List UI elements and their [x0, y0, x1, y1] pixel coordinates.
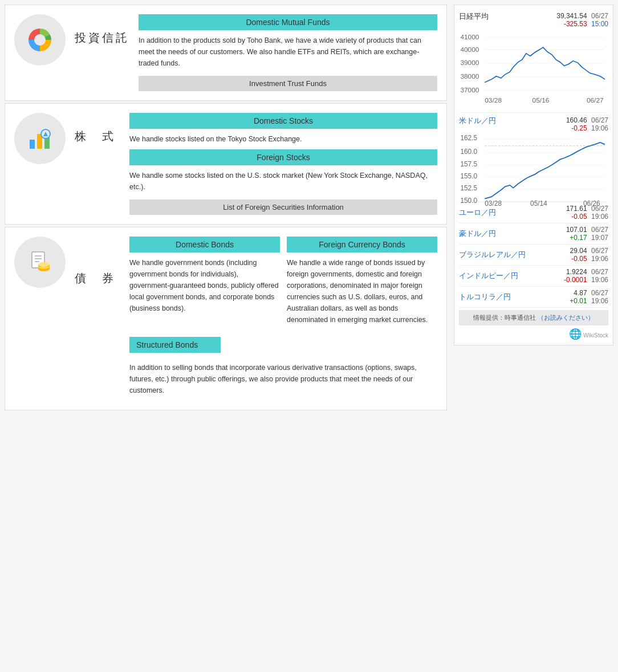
svg-point-14: [38, 262, 50, 267]
try-jpy-date: 06/27: [591, 289, 608, 297]
info-link[interactable]: （お読みください）: [538, 314, 594, 321]
market-widget: 日経平均 39,341.54 06/27 -325.53 15:00 41000…: [454, 5, 613, 345]
bonds-icon: [14, 237, 66, 288]
usd-jpy-time: 19:06: [591, 124, 608, 132]
usd-jpy-name[interactable]: 米ドル／円: [459, 116, 496, 126]
brl-jpy-row: ブラジルレアル／円 29.04 06/27 -0.05 19:06: [459, 245, 608, 266]
bonds-grid: Domestic Bonds We handle government bond…: [129, 237, 437, 330]
svg-rect-2: [30, 140, 35, 149]
bonds-body: Domestic Bonds We handle government bond…: [129, 237, 437, 401]
aud-jpy-row: 豪ドル／円 107.01 06/27 +0.17 19:07: [459, 223, 608, 245]
domestic-bonds-text: We handle government bonds (including go…: [129, 257, 280, 314]
wiki-logo: 🌐 WikiStock: [459, 328, 608, 340]
nikkei-time: 15:00: [591, 20, 608, 28]
foreign-bonds-col: Foreign Currency Bonds We handle a wide …: [287, 237, 437, 330]
mutual-funds-body: Domestic Mutual Funds In addition to the…: [139, 14, 437, 91]
svg-text:40000: 40000: [460, 46, 479, 52]
foreign-stocks-text: We handle some stocks listed on the U.S.…: [129, 170, 437, 193]
svg-text:160.0: 160.0: [460, 148, 477, 156]
aud-jpy-price: 107.01: [566, 226, 587, 234]
usd-jpy-date: 06/27: [591, 116, 608, 124]
svg-text:05/14: 05/14: [530, 199, 547, 207]
inr-jpy-price: 1.9224: [566, 268, 587, 276]
domestic-bonds-header: Domestic Bonds: [129, 237, 280, 252]
mutual-funds-jp-label: 投資信託: [75, 30, 129, 46]
mutual-funds-icon: [14, 14, 66, 66]
foreign-securities-button[interactable]: List of Foreign Securities Information: [129, 199, 437, 215]
eur-jpy-time: 19:06: [591, 213, 608, 221]
wiki-icon: 🌐: [569, 328, 582, 340]
inr-jpy-time: 19:06: [591, 276, 608, 284]
inr-jpy-name[interactable]: インドルピー／円: [459, 271, 518, 281]
eur-jpy-price: 171.61: [566, 205, 587, 213]
info-text: 情報提供：時事通信社: [473, 314, 536, 321]
try-jpy-change: +0.01: [570, 297, 587, 305]
brl-jpy-price: 29.04: [570, 247, 587, 255]
stocks-jp-label: 株 式: [75, 129, 120, 144]
nikkei-name: 日経平均: [459, 12, 489, 22]
inr-jpy-change: -0.0001: [564, 276, 587, 284]
bonds-jp-label: 債 券: [75, 271, 120, 286]
nikkei-date: 06/27: [591, 12, 608, 20]
svg-point-1: [34, 34, 46, 46]
svg-text:162.5: 162.5: [460, 134, 477, 142]
svg-text:39000: 39000: [460, 60, 479, 66]
eur-jpy-change: -0.05: [571, 213, 587, 221]
stocks-icon: [14, 113, 66, 164]
svg-text:03/28: 03/28: [485, 97, 502, 104]
svg-text:152.5: 152.5: [460, 184, 477, 192]
sidebar: 日経平均 39,341.54 06/27 -325.53 15:00 41000…: [454, 5, 613, 413]
main-content: 投資信託 Domestic Mutual Funds In addition t…: [5, 5, 447, 413]
structured-bonds-header: Structured Bonds: [129, 337, 221, 353]
structured-bonds-text: In addition to selling bonds that incorp…: [129, 362, 437, 396]
info-footer: 情報提供：時事通信社 （お読みください）: [459, 310, 608, 325]
nikkei-header: 日経平均 39,341.54 06/27 -325.53 15:00: [459, 12, 608, 28]
mutual-funds-text: In addition to the products sold by Toho…: [139, 35, 437, 69]
investment-trust-button[interactable]: Investment Trust Funds: [139, 76, 437, 91]
usd-jpy-chart: 162.5 160.0 157.5 155.0 152.5 150.0: [459, 132, 608, 201]
brl-jpy-name[interactable]: ブラジルレアル／円: [459, 250, 526, 260]
mutual-funds-section: 投資信託 Domestic Mutual Funds In addition t…: [5, 5, 447, 101]
stocks-body: Domestic Stocks We handle stocks listed …: [129, 113, 437, 215]
svg-text:06/27: 06/27: [587, 97, 604, 104]
svg-text:41000: 41000: [460, 34, 479, 40]
nikkei-values: 39,341.54 06/27 -325.53 15:00: [556, 12, 608, 28]
domestic-bonds-col: Domestic Bonds We handle government bond…: [129, 237, 280, 330]
aud-jpy-change: +0.17: [570, 234, 587, 242]
mutual-funds-header: Domestic Mutual Funds: [139, 14, 437, 30]
svg-text:38000: 38000: [460, 74, 479, 80]
foreign-bonds-text: We handle a wide range of bonds issued b…: [287, 257, 437, 325]
try-jpy-row: トルコリラ／円 4.87 06/27 +0.01 19:06: [459, 287, 608, 308]
foreign-stocks-header: Foreign Stocks: [129, 149, 437, 165]
svg-text:37000: 37000: [460, 87, 479, 93]
svg-text:03/28: 03/28: [485, 199, 502, 207]
wiki-text: WikiStock: [583, 332, 608, 339]
svg-text:05/16: 05/16: [532, 97, 550, 104]
domestic-stocks-header: Domestic Stocks: [129, 113, 437, 129]
aud-jpy-time: 19:07: [591, 234, 608, 242]
svg-text:155.0: 155.0: [460, 172, 477, 180]
bonds-section: 債 券 Domestic Bonds We handle government …: [5, 227, 447, 410]
eur-jpy-date: 06/27: [591, 205, 608, 213]
try-jpy-time: 19:06: [591, 297, 608, 305]
nikkei-price: 39,341.54: [556, 12, 587, 20]
usd-jpy-change: -0.25: [571, 124, 587, 132]
usd-jpy-price: 160.46: [566, 116, 587, 124]
structured-bonds-section: Structured Bonds In addition to selling …: [129, 337, 437, 396]
svg-text:150.0: 150.0: [460, 197, 477, 205]
domestic-stocks-text: We handle stocks listed on the Tokyo Sto…: [129, 133, 437, 145]
brl-jpy-change: -0.05: [571, 255, 587, 263]
inr-jpy-date: 06/27: [591, 268, 608, 276]
foreign-bonds-header: Foreign Currency Bonds: [287, 237, 437, 252]
brl-jpy-time: 19:06: [591, 255, 608, 263]
try-jpy-price: 4.87: [574, 289, 587, 297]
nikkei-change: -325.53: [564, 20, 587, 28]
nikkei-chart: 41000 40000 39000 38000 37000: [459, 30, 608, 110]
stocks-section: 株 式 Domestic Stocks We handle stocks lis…: [5, 103, 447, 225]
aud-jpy-date: 06/27: [591, 226, 608, 234]
try-jpy-name[interactable]: トルコリラ／円: [459, 292, 511, 302]
brl-jpy-date: 06/27: [591, 247, 608, 255]
inr-jpy-row: インドルピー／円 1.9224 06/27 -0.0001 19:06: [459, 266, 608, 287]
eur-jpy-name[interactable]: ユーロ／円: [459, 208, 496, 218]
aud-jpy-name[interactable]: 豪ドル／円: [459, 229, 496, 239]
